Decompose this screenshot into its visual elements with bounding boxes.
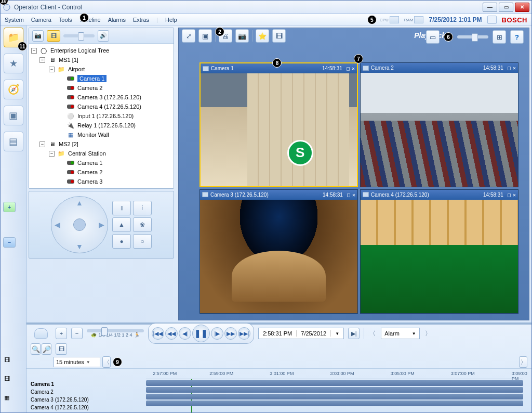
cameo-close-icon[interactable]: ✕ [513,192,516,198]
event-prev[interactable]: 〈 [368,328,377,339]
tree-c23[interactable]: Camera 3 [77,178,102,185]
play-stepback[interactable]: ◀| [179,327,191,340]
sidebar-map-button[interactable]: 🧭 [4,80,23,99]
bottom-schedule-icon[interactable]: ▦ [4,394,22,410]
titlebar: Operator Client - Control — ▭ ✕ [1,1,531,14]
toolbar-fullscreen[interactable]: ⤢ [182,29,195,43]
sidebar-favorites-button[interactable]: ★ [4,54,23,73]
tree-c22[interactable]: Camera 2 [77,169,102,175]
cameo-4[interactable]: Camera 4 (172.26.5.120)14:58:31□✕ [360,189,518,314]
tree-root[interactable]: Enterprise Logical Tree [50,47,109,54]
header-datetime: 7/25/2012 1:01 PM [429,16,482,23]
maximize-button[interactable]: ▭ [499,3,513,12]
tree-camera-icon[interactable]: 📷 [32,30,44,42]
toolbar-help[interactable]: ? [510,30,524,44]
sidebar-export-button[interactable]: ▣ [4,106,23,125]
cameo-max-icon[interactable]: □ [347,66,350,71]
tree-airport[interactable]: Airport [68,66,85,72]
ptz-zoom-out[interactable]: − [3,237,16,248]
toolbar-film[interactable]: 🎞 [272,29,286,43]
play-last[interactable]: ▶▶| [238,327,250,340]
ptz-zoom-in[interactable]: + [3,202,16,212]
logical-tree[interactable]: −◯Enterprise Logical Tree −🖥MS1 [1] −📁Ai… [29,44,174,188]
toolbar-sequence[interactable]: ▣ [198,29,212,43]
tree-ms2[interactable]: MS2 [2] [59,141,78,147]
timeline-ruler[interactable]: 2:57:00 PM 2:59:00 PM 3:01:00 PM 3:03:00… [146,369,523,379]
toolbar-snapshot[interactable]: 📷 [235,29,249,43]
tree-camera-1[interactable]: Camera 1 [77,75,107,82]
sidebar-list-button[interactable]: ▤ [4,132,23,151]
cameo-close-icon[interactable]: ✕ [352,66,355,71]
play-first[interactable]: |◀◀ [152,327,164,340]
playback-speed-slider[interactable] [87,329,144,332]
timeline-range-select[interactable]: 15 minutes▼ [54,357,100,367]
play-pause[interactable]: ❚❚ [192,325,210,342]
tree-c21[interactable]: Camera 1 [77,160,102,166]
timeline-bars[interactable] [146,379,523,412]
menu-tools[interactable]: Tools [59,17,72,23]
bottom-export-icon[interactable]: 🎞 [4,357,22,372]
ptz-iris-open[interactable]: ▲ [112,217,131,232]
toolbar-bookmark[interactable]: ⭐ [256,29,269,43]
menu-camera[interactable]: Camera [31,17,51,23]
cameo-1[interactable]: Camera 1 8 14:58:31□✕ [200,62,358,187]
cameo-count-slider[interactable] [457,35,488,38]
event-next[interactable]: 〉 [424,328,432,339]
tree-ms1[interactable]: MS1 [1] [59,57,78,63]
menu-help[interactable]: Help [165,17,177,23]
toolbar-fewer-cameos[interactable]: ▭ [426,30,440,44]
ptz-focus-near[interactable]: ⦀ [112,201,131,215]
menu-alarms[interactable]: Alarms [108,17,126,23]
tree-central[interactable]: Central Station [68,150,106,157]
timeline-export-icon[interactable]: 🎞 [56,343,67,355]
timeline-scroll-right[interactable]: 〉 [519,356,527,368]
cameo-max-icon[interactable]: □ [347,192,350,198]
tree-camera-2[interactable]: Camera 2 [77,85,102,91]
cpu-meter: CPU [380,16,399,23]
cameo-2[interactable]: Camera 214:58:31□✕ [360,62,518,187]
logical-tree-panel: 📷 🎞 🔊 −◯Enterprise Logical Tree −🖥MS1 [1… [29,28,174,189]
ptz-preset-go[interactable]: ○ [133,234,152,249]
callout-7: 7 [354,54,363,63]
goto-time-button[interactable]: ▶| [348,328,360,339]
play-forward[interactable]: ▶▶ [224,327,237,340]
tree-zoom-slider[interactable] [63,34,95,37]
film-icon [363,192,369,197]
ptz-focus-far[interactable]: ⦙ [133,201,152,215]
close-button[interactable]: ✕ [515,3,529,12]
print-icon[interactable] [487,16,497,24]
cameo-max-icon[interactable]: □ [508,192,511,198]
cameo-close-icon[interactable]: ✕ [513,65,516,71]
menu-system[interactable]: System [5,17,24,23]
tree-monitor-wall[interactable]: Monitor Wall [77,132,109,138]
event-type-select[interactable]: Alarm▼ [381,328,420,339]
menu-extras[interactable]: Extras [133,17,149,23]
timeline-scroll-left[interactable]: 〈 [102,356,111,368]
toolbar-more-cameos[interactable]: ⊞ [493,30,506,44]
playback-time-display[interactable]: 2:58:31 PM 7/25/2012 ▼ [258,328,344,339]
tree-camera-4[interactable]: Camera 4 (172.26.5.120) [77,104,141,110]
cameo-3[interactable]: Camera 3 (172.26.5.120)14:58:31□✕ [200,189,358,314]
bottom-film-icon[interactable]: 🎞 [4,376,22,391]
tree-camera-3[interactable]: Camera 3 (172.26.5.120) [77,94,141,100]
timeline-zoom-in-2[interactable]: 🔍 [31,343,41,355]
callout-1: 1 [79,13,89,22]
timeline-zoom-out-2[interactable]: 🔎 [42,343,51,355]
tree-input-1[interactable]: Input 1 (172.26.5.120) [77,113,134,119]
cameo-close-icon[interactable]: ✕ [352,192,355,198]
cameo-max-icon[interactable]: □ [508,65,511,71]
minimize-button[interactable]: — [483,3,497,12]
tree-audio-icon[interactable]: 🔊 [98,30,109,42]
ptz-preset-rec[interactable]: ● [112,234,131,249]
play-stepfwd[interactable]: |▶ [211,327,223,340]
ptz-joystick[interactable]: ▲ ▼ ◀ ▶ [51,196,108,253]
menubar: System Camera Tools Timeline Alarms Extr… [1,14,531,25]
tree-relay-1[interactable]: Relay 1 (172.26.5.120) [77,122,136,128]
timeline-zoom-out[interactable]: − [71,328,83,339]
tree-film-icon[interactable]: 🎞 [47,30,60,42]
ptz-iris-close[interactable]: ❀ [133,217,152,232]
film-icon [202,192,208,197]
timeline-mode-icon[interactable] [34,328,48,339]
play-rewind[interactable]: ◀◀ [165,327,178,340]
timeline-zoom-in[interactable]: + [56,328,67,339]
